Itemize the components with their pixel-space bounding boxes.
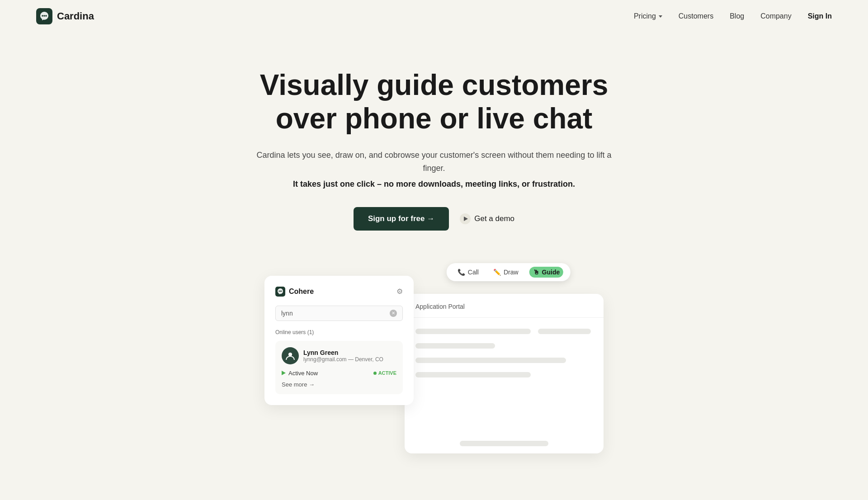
app-portal-content bbox=[405, 318, 604, 397]
spacer bbox=[405, 397, 604, 434]
user-info: Lynn Green lynng@gmail.com — Denver, CO bbox=[282, 347, 396, 364]
skeleton-bar bbox=[415, 372, 531, 377]
navbar: Cardina Pricing Customers Blog Company S… bbox=[0, 0, 868, 33]
skeleton-bar bbox=[415, 343, 495, 349]
skeleton-bar-center bbox=[460, 441, 548, 446]
svg-point-6 bbox=[280, 291, 281, 292]
search-bar[interactable]: lynn ✕ bbox=[275, 306, 403, 321]
play-triangle-icon bbox=[464, 217, 468, 221]
skeleton-bar bbox=[538, 329, 591, 334]
status-badge: ACTIVE bbox=[373, 370, 396, 376]
draw-button[interactable]: ✏️ Draw bbox=[490, 267, 522, 278]
online-label: Online users (1) bbox=[275, 329, 403, 335]
chevron-down-icon bbox=[659, 15, 662, 18]
cohere-brand: Cohere bbox=[275, 287, 314, 297]
skeleton-group-3 bbox=[415, 372, 593, 377]
hero-subtitle: Cardina lets you see, draw on, and cobro… bbox=[249, 149, 619, 175]
nav-item-pricing[interactable]: Pricing bbox=[634, 12, 662, 20]
search-clear-icon[interactable]: ✕ bbox=[390, 310, 397, 317]
gear-icon[interactable]: ⚙ bbox=[396, 287, 403, 296]
user-status-row: Active Now ACTIVE bbox=[282, 370, 396, 377]
signup-button[interactable]: Sign up for free → bbox=[354, 207, 449, 231]
nav-item-company[interactable]: Company bbox=[760, 12, 791, 20]
demo-section: Cohere ⚙ lynn ✕ Online users (1) Lynn Gr… bbox=[0, 258, 868, 453]
cohere-logo-icon bbox=[275, 287, 285, 297]
svg-point-2 bbox=[43, 15, 45, 17]
call-button[interactable]: 📞 Call bbox=[454, 267, 482, 278]
skeleton-bar bbox=[415, 358, 566, 363]
active-now: Active Now bbox=[282, 370, 318, 377]
cohere-header: Cohere ⚙ bbox=[275, 287, 403, 297]
nav-item-blog[interactable]: Blog bbox=[730, 12, 744, 20]
svg-point-5 bbox=[278, 291, 279, 292]
toolbar-overlay: 📞 Call ✏️ Draw 🖱 Guide bbox=[447, 263, 571, 281]
skeleton-bar bbox=[415, 329, 531, 334]
search-input-value: lynn bbox=[281, 310, 390, 317]
hero-subtitle-bold: It takes just one click – no more downlo… bbox=[249, 179, 619, 189]
user-card: Lynn Green lynng@gmail.com — Denver, CO … bbox=[275, 341, 403, 394]
status-dot-icon bbox=[373, 372, 377, 375]
app-portal-container: 📞 Call ✏️ Draw 🖱 Guide Application Porta… bbox=[414, 276, 604, 453]
avatar bbox=[282, 347, 299, 364]
demo-button[interactable]: Get a demo bbox=[460, 213, 514, 224]
skeleton-bottom-row bbox=[405, 434, 604, 453]
app-portal-header: Application Portal bbox=[405, 294, 604, 318]
nav-signin-button[interactable]: Sign In bbox=[808, 12, 832, 20]
logo-link[interactable]: Cardina bbox=[36, 8, 94, 24]
see-more-link[interactable]: See more → bbox=[282, 381, 396, 388]
play-icon bbox=[460, 213, 471, 224]
hero-title: Visually guide customers over phone or l… bbox=[249, 69, 619, 135]
skeleton-group-2 bbox=[415, 358, 593, 363]
nav-links: Pricing Customers Blog Company Sign In bbox=[634, 12, 832, 20]
app-portal-panel: Application Portal bbox=[405, 294, 604, 453]
hero-buttons: Sign up for free → Get a demo bbox=[249, 207, 619, 231]
skeleton-group-1 bbox=[415, 329, 593, 349]
skeleton-row-top bbox=[415, 329, 593, 339]
user-email: lynng@gmail.com — Denver, CO bbox=[303, 356, 383, 363]
cursor-icon: 🖱 bbox=[533, 269, 539, 276]
play-green-icon bbox=[282, 371, 286, 375]
logo-text: Cardina bbox=[57, 10, 94, 22]
user-details: Lynn Green lynng@gmail.com — Denver, CO bbox=[303, 349, 383, 363]
user-name: Lynn Green bbox=[303, 349, 383, 356]
guide-button[interactable]: 🖱 Guide bbox=[529, 267, 564, 278]
avatar-icon bbox=[285, 351, 295, 361]
logo-icon bbox=[36, 8, 52, 24]
hero-section: Visually guide customers over phone or l… bbox=[231, 33, 637, 258]
svg-point-7 bbox=[281, 291, 282, 292]
phone-icon: 📞 bbox=[458, 269, 465, 276]
svg-point-1 bbox=[42, 15, 43, 17]
pencil-icon: ✏️ bbox=[493, 269, 501, 276]
svg-point-3 bbox=[45, 15, 47, 17]
svg-point-8 bbox=[288, 353, 292, 356]
nav-item-customers[interactable]: Customers bbox=[679, 12, 713, 20]
cohere-widget-panel: Cohere ⚙ lynn ✕ Online users (1) Lynn Gr… bbox=[264, 276, 414, 405]
